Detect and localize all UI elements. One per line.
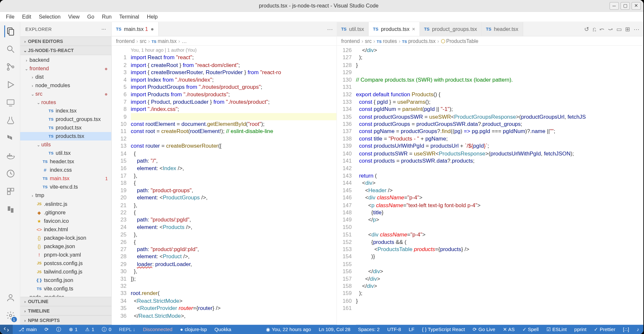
tree-file-index-tsx[interactable]: TSindex.tsx: [20, 107, 111, 115]
status-item[interactable]: ♪: [635, 327, 641, 332]
breadcrumb-right[interactable]: frontend›src›TSroutes›TSproducts.tsx›⬡Pr…: [337, 36, 643, 46]
accounts-icon[interactable]: [4, 292, 16, 303]
docker-icon[interactable]: [4, 150, 16, 162]
search-icon[interactable]: [4, 43, 16, 55]
editor-action-icon[interactable]: ⋯: [327, 26, 333, 33]
menu-terminal[interactable]: Terminal: [116, 13, 142, 20]
breadcrumb-item[interactable]: TSmain.tsx: [151, 38, 177, 44]
tree-file-products-tsx[interactable]: TSproducts.tsx: [20, 132, 111, 140]
menu-file[interactable]: File: [3, 13, 18, 20]
source-control-icon[interactable]: [4, 61, 16, 73]
editor-action-icon[interactable]: ⎌: [593, 26, 596, 33]
maximize-button[interactable]: ▢: [621, 2, 630, 9]
explorer-icon[interactable]: [4, 25, 16, 37]
remote-indicator[interactable]: [0, 325, 13, 334]
tree-file-util-tsx[interactable]: TSutil.tsx: [20, 149, 111, 157]
menu-edit[interactable]: Edit: [19, 13, 34, 20]
editor-action-icon[interactable]: ⊞: [625, 26, 630, 33]
open-editors-section[interactable]: ›OPEN EDITORS: [20, 36, 111, 46]
tab-main-tsx[interactable]: TSmain.tsx 1●: [112, 22, 159, 36]
extensions-icon[interactable]: [4, 185, 16, 197]
status-item[interactable]: ⊗1: [67, 327, 79, 332]
quokka-icon[interactable]: [4, 203, 16, 215]
tree-file-tailwind-config-js[interactable]: JStailwind.config.js: [20, 268, 111, 276]
status-item[interactable]: Spaces: 2: [356, 327, 381, 332]
tree-file-index-css[interactable]: #index.css: [20, 166, 111, 174]
tree-folder-node-modules[interactable]: ›node_modules: [20, 293, 111, 297]
status-item[interactable]: LF: [407, 327, 416, 332]
tree-file--gitignore[interactable]: ◆.gitignore: [20, 208, 111, 217]
tree-file-tsconfig-json[interactable]: ⦃⦄tsconfig.json: [20, 276, 111, 285]
status-item[interactable]: UTF-8: [386, 327, 403, 332]
editor-action-icon[interactable]: ⋯: [634, 26, 639, 33]
status-item[interactable]: ☑ ESLint: [545, 327, 568, 332]
minimize-button[interactable]: ─: [610, 2, 619, 9]
status-item[interactable]: ⓘ0: [100, 326, 113, 333]
menu-run[interactable]: Run: [99, 13, 115, 20]
settings-gear-icon[interactable]: 1: [4, 310, 16, 321]
menu-view[interactable]: View: [65, 13, 83, 20]
status-item[interactable]: ✕ AS: [501, 327, 517, 332]
editor-action-icon[interactable]: ⤺: [599, 26, 605, 33]
status-item[interactable]: ⟳Go Live: [471, 327, 497, 332]
menu-selection[interactable]: Selection: [35, 13, 64, 20]
status-item[interactable]: Disconnected: [141, 327, 174, 332]
run-debug-icon[interactable]: [4, 79, 16, 90]
testing-icon[interactable]: [4, 114, 16, 126]
tree-file--eslintrc-js[interactable]: JS.eslintrc.js: [20, 200, 111, 208]
close-window-button[interactable]: ✕: [632, 2, 641, 9]
status-item[interactable]: ◉You, 22 hours ago: [264, 327, 313, 332]
status-item[interactable]: Quokka: [213, 327, 233, 332]
tree-file-postcss-config-js[interactable]: JSpostcss.config.js: [20, 259, 111, 268]
tree-file-pnpm-lock-yaml[interactable]: !pnpm-lock.yaml: [20, 251, 111, 259]
tree-file-favicon-ico[interactable]: ★favicon.ico: [20, 217, 111, 225]
editor-action-icon[interactable]: ↺: [584, 26, 589, 33]
breadcrumb-item[interactable]: src: [365, 38, 372, 44]
tree-file-package-lock-json[interactable]: {}package-lock.json: [20, 234, 111, 242]
tab-products-tsx[interactable]: TSproducts.tsx×: [369, 22, 420, 36]
tree-file-package-json[interactable]: {}package.json: [20, 242, 111, 251]
status-item[interactable]: ●clojure-lsp: [178, 327, 209, 332]
status-item[interactable]: pprint: [572, 327, 588, 332]
breadcrumb-item[interactable]: frontend: [116, 38, 135, 44]
breadcrumb-left[interactable]: frontend›src›TSmain.tsx›…: [112, 36, 336, 46]
breadcrumb-item[interactable]: …: [182, 38, 187, 44]
status-item[interactable]: ⎇main: [17, 327, 38, 332]
code-right[interactable]: 1261271281291301311321331341351361371381…: [337, 46, 643, 325]
tree-file-vite-env-d-ts[interactable]: TSvite-env.d.ts: [20, 183, 111, 191]
breadcrumb-item[interactable]: TSroutes: [377, 38, 397, 44]
breadcrumb-item[interactable]: src: [140, 38, 147, 44]
tree-file-product-groups-tsx[interactable]: TSproduct_groups.tsx: [20, 115, 111, 124]
tree-folder-frontend[interactable]: ⌄frontend●: [20, 64, 111, 73]
tree-folder-backend[interactable]: ›backend: [20, 56, 111, 64]
tree-file-index-html[interactable]: <>index.html: [20, 225, 111, 234]
terraform-icon[interactable]: [4, 132, 16, 144]
close-icon[interactable]: ●: [151, 26, 154, 32]
status-item[interactable]: Ln 109, Col 28: [317, 327, 352, 332]
tree-folder-node-modules[interactable]: ›node_modules: [20, 81, 111, 90]
breadcrumb-item[interactable]: ⬡ProductsTable: [441, 38, 479, 44]
outline-section[interactable]: ›OUTLINE: [20, 297, 111, 306]
status-item[interactable]: { } TypeScript React: [420, 327, 467, 332]
editor-action-icon[interactable]: ⤻: [608, 26, 613, 33]
tree-file-header-tsx[interactable]: TSheader.tsx: [20, 157, 111, 166]
tree-file-product-tsx[interactable]: TSproduct.tsx: [20, 124, 111, 132]
tree-folder-dist[interactable]: ›dist: [20, 73, 111, 81]
timeline-icon[interactable]: [4, 168, 16, 180]
menu-help[interactable]: Help: [143, 13, 161, 20]
tree-folder-utils[interactable]: ⌄utils: [20, 140, 111, 149]
status-item[interactable]: REPL ↓: [117, 327, 137, 332]
status-item[interactable]: ✓ Prettier: [592, 327, 617, 332]
tree-folder-routes[interactable]: ⌄routes: [20, 98, 111, 107]
status-item[interactable]: ⚠1: [84, 327, 96, 332]
status-item[interactable]: [∴]: [621, 327, 631, 332]
remote-explorer-icon[interactable]: [4, 97, 16, 108]
tree-folder-src[interactable]: ⌄src●: [20, 90, 111, 98]
status-item[interactable]: ✓ Spell: [520, 327, 540, 332]
tree-file-main-tsx[interactable]: TSmain.tsx1: [20, 174, 111, 183]
tab-product-groups-tsx[interactable]: TSproduct_groups.tsx: [420, 22, 482, 36]
tree-file-vite-config-ts[interactable]: TSvite.config.ts: [20, 285, 111, 293]
breadcrumb-item[interactable]: TSproducts.tsx: [402, 38, 436, 44]
code-left[interactable]: 1234567891011121314151617181920212223242…: [112, 46, 336, 325]
project-section[interactable]: ⌄JS-NODE-TS-REACT: [20, 46, 111, 55]
